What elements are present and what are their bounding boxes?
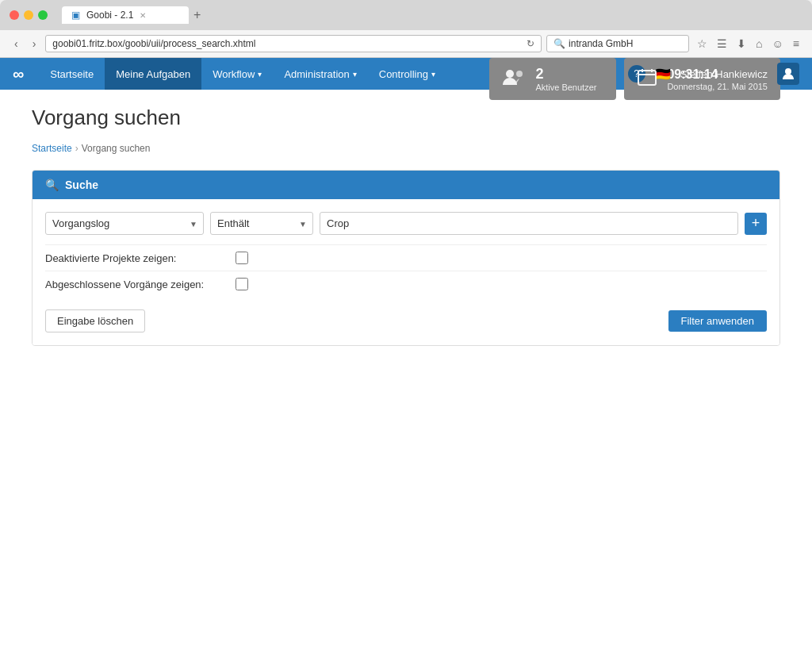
completed-checkbox[interactable] <box>236 278 248 290</box>
nav-meine-aufgaben[interactable]: Meine Aufgaben <box>105 58 201 90</box>
page-content: 2 Aktive Benutzer 09:31:14 Donnerstag, 2… <box>0 90 812 362</box>
users-icon <box>502 67 526 91</box>
breadcrumb-current: Vorgang suchen <box>82 143 151 154</box>
search-header: 🔍 Suche <box>33 171 779 199</box>
browser-icons: ☆ ☰ ⬇ ⌂ ☺ ≡ <box>694 36 802 52</box>
tab-bar: ▣ Goobi - 2.1 ✕ + <box>62 6 802 24</box>
close-button[interactable] <box>10 10 19 20</box>
search-header-icon: 🔍 <box>45 179 59 191</box>
breadcrumb-separator: › <box>75 143 79 154</box>
minimize-button[interactable] <box>24 10 33 20</box>
svg-point-0 <box>785 68 791 75</box>
filter-row: Vorgangslog Titel Projekt Status Enthält… <box>45 212 767 235</box>
app-logo: ∞ <box>13 65 23 83</box>
home-icon[interactable]: ⌂ <box>753 36 765 52</box>
search-body: Vorgangslog Titel Projekt Status Enthält… <box>33 199 779 345</box>
app-wrapper: ∞ Startseite Meine Aufgaben Workflow ▾ A… <box>0 58 812 661</box>
tab-title: Goobi - 2.1 <box>86 10 133 21</box>
nav-workflow[interactable]: Workflow ▾ <box>201 58 273 90</box>
svg-point-2 <box>516 71 523 77</box>
browser-search-bar[interactable]: 🔍 intranda GmbH <box>546 35 689 52</box>
deactivated-label: Deaktivierte Projekte zeigen: <box>45 252 236 264</box>
share-icon[interactable]: ☺ <box>769 36 787 52</box>
nav-administration[interactable]: Administration ▾ <box>273 58 367 90</box>
filter-value-input[interactable] <box>320 212 738 235</box>
back-button[interactable]: ‹ <box>10 36 23 52</box>
nav-startseite[interactable]: Startseite <box>39 58 105 90</box>
deactivated-projects-row: Deaktivierte Projekte zeigen: <box>45 244 767 271</box>
url-text: goobi01.fritz.box/goobi/uii/process_sear… <box>52 38 527 49</box>
clock-date: Donnerstag, 21. Mai 2015 <box>667 82 768 91</box>
refresh-icon[interactable]: ↻ <box>527 38 534 49</box>
filter-type-select[interactable]: Vorgangslog Titel Projekt Status <box>45 212 204 235</box>
calendar-icon <box>637 67 657 91</box>
browser-search-text: intranda GmbH <box>569 38 633 49</box>
menu-icon[interactable]: ≡ <box>790 36 802 52</box>
filter-type-wrapper: Vorgangslog Titel Projekt Status <box>45 212 204 235</box>
page-title: Vorgang suchen <box>32 106 780 130</box>
workflow-dropdown-icon: ▾ <box>258 70 262 79</box>
browser-titlebar: ▣ Goobi - 2.1 ✕ + <box>0 0 812 30</box>
browser-chrome: ▣ Goobi - 2.1 ✕ + ‹ › goobi01.fritz.box/… <box>0 0 812 58</box>
forward-button[interactable]: › <box>28 36 41 52</box>
search-icon: 🔍 <box>553 38 565 49</box>
nav-controlling[interactable]: Controlling ▾ <box>368 58 446 90</box>
user-avatar[interactable] <box>777 63 799 85</box>
users-label: Aktive Benutzer <box>535 83 596 92</box>
download-icon[interactable]: ⬇ <box>733 36 749 52</box>
search-header-label: Suche <box>65 179 98 191</box>
breadcrumb-home[interactable]: Startseite <box>32 143 72 154</box>
svg-rect-3 <box>638 71 656 85</box>
administration-dropdown-icon: ▾ <box>353 70 357 79</box>
traffic-lights <box>10 10 48 20</box>
browser-tab[interactable]: ▣ Goobi - 2.1 ✕ <box>62 6 189 24</box>
add-filter-button[interactable]: + <box>745 213 767 235</box>
controlling-dropdown-icon: ▾ <box>431 70 435 79</box>
address-bar[interactable]: goobi01.fritz.box/goobi/uii/process_sear… <box>45 35 542 52</box>
new-tab-button[interactable]: + <box>189 8 205 22</box>
svg-point-1 <box>506 70 514 78</box>
filter-condition-select[interactable]: Enthält Enthält nicht Ist gleich <box>210 212 313 235</box>
tab-close-icon[interactable]: ✕ <box>140 11 146 20</box>
filter-condition-wrapper: Enthält Enthält nicht Ist gleich <box>210 212 313 235</box>
completed-processes-row: Abgeschlossene Vorgänge zeigen: <box>45 271 767 297</box>
deactivated-checkbox[interactable] <box>236 252 248 264</box>
clear-button[interactable]: Eingabe löschen <box>45 309 145 332</box>
browser-addressbar: ‹ › goobi01.fritz.box/goobi/uii/process_… <box>0 30 812 58</box>
bookmark-star-icon[interactable]: ☆ <box>694 36 710 52</box>
breadcrumb: Startseite › Vorgang suchen <box>32 143 780 154</box>
user-name: Steffen Hankiewicz <box>680 68 768 80</box>
maximize-button[interactable] <box>38 10 48 20</box>
apply-filter-button[interactable]: Filter anwenden <box>668 310 768 332</box>
completed-label: Abgeschlossene Vorgänge zeigen: <box>45 279 236 290</box>
search-section: 🔍 Suche Vorgangslog Titel Projekt Status <box>32 170 780 346</box>
button-row: Eingabe löschen Filter anwenden <box>45 309 767 332</box>
reading-list-icon[interactable]: ☰ <box>714 36 730 52</box>
